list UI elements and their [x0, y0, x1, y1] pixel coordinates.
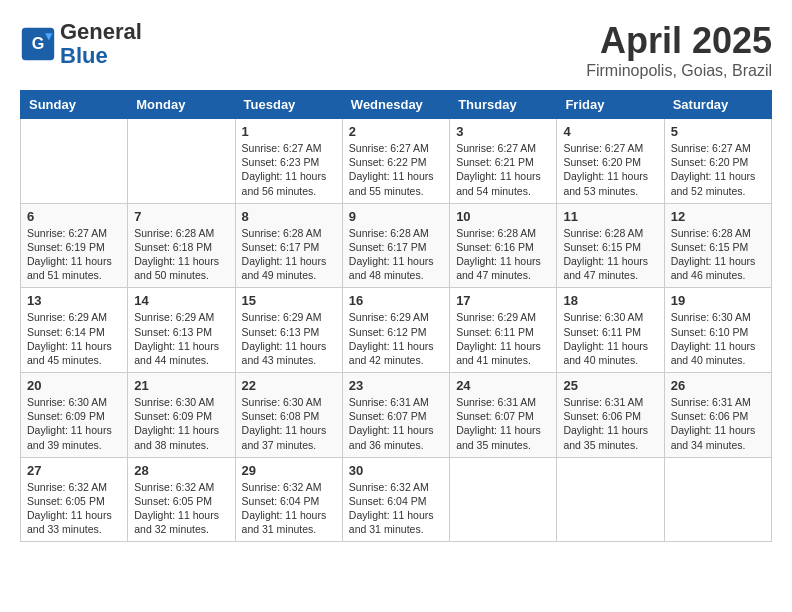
day-info: Sunrise: 6:31 AMSunset: 6:06 PMDaylight:…: [671, 395, 765, 452]
day-number: 20: [27, 378, 121, 393]
column-header-friday: Friday: [557, 91, 664, 119]
calendar-week-1: 1Sunrise: 6:27 AMSunset: 6:23 PMDaylight…: [21, 119, 772, 204]
calendar-cell: 16Sunrise: 6:29 AMSunset: 6:12 PMDayligh…: [342, 288, 449, 373]
location-title: Firminopolis, Goias, Brazil: [586, 62, 772, 80]
day-info: Sunrise: 6:28 AMSunset: 6:17 PMDaylight:…: [242, 226, 336, 283]
calendar-cell: 11Sunrise: 6:28 AMSunset: 6:15 PMDayligh…: [557, 203, 664, 288]
day-info: Sunrise: 6:28 AMSunset: 6:18 PMDaylight:…: [134, 226, 228, 283]
day-number: 12: [671, 209, 765, 224]
title-area: April 2025 Firminopolis, Goias, Brazil: [586, 20, 772, 80]
month-title: April 2025: [586, 20, 772, 62]
calendar-cell: [128, 119, 235, 204]
day-info: Sunrise: 6:29 AMSunset: 6:11 PMDaylight:…: [456, 310, 550, 367]
calendar-cell: 8Sunrise: 6:28 AMSunset: 6:17 PMDaylight…: [235, 203, 342, 288]
calendar-week-5: 27Sunrise: 6:32 AMSunset: 6:05 PMDayligh…: [21, 457, 772, 542]
day-info: Sunrise: 6:31 AMSunset: 6:07 PMDaylight:…: [456, 395, 550, 452]
column-header-monday: Monday: [128, 91, 235, 119]
calendar-cell: 17Sunrise: 6:29 AMSunset: 6:11 PMDayligh…: [450, 288, 557, 373]
calendar-cell: 29Sunrise: 6:32 AMSunset: 6:04 PMDayligh…: [235, 457, 342, 542]
column-header-wednesday: Wednesday: [342, 91, 449, 119]
column-header-tuesday: Tuesday: [235, 91, 342, 119]
day-info: Sunrise: 6:32 AMSunset: 6:05 PMDaylight:…: [27, 480, 121, 537]
day-info: Sunrise: 6:31 AMSunset: 6:07 PMDaylight:…: [349, 395, 443, 452]
day-number: 4: [563, 124, 657, 139]
calendar-cell: 22Sunrise: 6:30 AMSunset: 6:08 PMDayligh…: [235, 373, 342, 458]
column-header-saturday: Saturday: [664, 91, 771, 119]
day-number: 18: [563, 293, 657, 308]
logo-icon: G: [20, 26, 56, 62]
calendar-cell: 26Sunrise: 6:31 AMSunset: 6:06 PMDayligh…: [664, 373, 771, 458]
calendar-cell: 3Sunrise: 6:27 AMSunset: 6:21 PMDaylight…: [450, 119, 557, 204]
logo: G General Blue: [20, 20, 142, 68]
calendar-cell: 4Sunrise: 6:27 AMSunset: 6:20 PMDaylight…: [557, 119, 664, 204]
day-info: Sunrise: 6:29 AMSunset: 6:14 PMDaylight:…: [27, 310, 121, 367]
day-number: 25: [563, 378, 657, 393]
calendar-table: SundayMondayTuesdayWednesdayThursdayFrid…: [20, 90, 772, 542]
calendar-cell: 7Sunrise: 6:28 AMSunset: 6:18 PMDaylight…: [128, 203, 235, 288]
calendar-cell: 14Sunrise: 6:29 AMSunset: 6:13 PMDayligh…: [128, 288, 235, 373]
day-info: Sunrise: 6:29 AMSunset: 6:12 PMDaylight:…: [349, 310, 443, 367]
calendar-cell: 10Sunrise: 6:28 AMSunset: 6:16 PMDayligh…: [450, 203, 557, 288]
day-info: Sunrise: 6:27 AMSunset: 6:22 PMDaylight:…: [349, 141, 443, 198]
calendar-header-row: SundayMondayTuesdayWednesdayThursdayFrid…: [21, 91, 772, 119]
day-info: Sunrise: 6:27 AMSunset: 6:19 PMDaylight:…: [27, 226, 121, 283]
calendar-cell: 5Sunrise: 6:27 AMSunset: 6:20 PMDaylight…: [664, 119, 771, 204]
day-info: Sunrise: 6:30 AMSunset: 6:09 PMDaylight:…: [27, 395, 121, 452]
day-info: Sunrise: 6:28 AMSunset: 6:15 PMDaylight:…: [671, 226, 765, 283]
day-info: Sunrise: 6:30 AMSunset: 6:09 PMDaylight:…: [134, 395, 228, 452]
day-number: 11: [563, 209, 657, 224]
day-number: 3: [456, 124, 550, 139]
column-header-thursday: Thursday: [450, 91, 557, 119]
svg-text:G: G: [32, 35, 45, 53]
calendar-cell: 15Sunrise: 6:29 AMSunset: 6:13 PMDayligh…: [235, 288, 342, 373]
day-info: Sunrise: 6:30 AMSunset: 6:08 PMDaylight:…: [242, 395, 336, 452]
calendar-cell: 20Sunrise: 6:30 AMSunset: 6:09 PMDayligh…: [21, 373, 128, 458]
calendar-cell: [450, 457, 557, 542]
day-number: 29: [242, 463, 336, 478]
day-info: Sunrise: 6:28 AMSunset: 6:16 PMDaylight:…: [456, 226, 550, 283]
day-number: 7: [134, 209, 228, 224]
day-number: 21: [134, 378, 228, 393]
calendar-cell: 19Sunrise: 6:30 AMSunset: 6:10 PMDayligh…: [664, 288, 771, 373]
calendar-cell: 1Sunrise: 6:27 AMSunset: 6:23 PMDaylight…: [235, 119, 342, 204]
day-info: Sunrise: 6:32 AMSunset: 6:04 PMDaylight:…: [242, 480, 336, 537]
day-number: 28: [134, 463, 228, 478]
day-info: Sunrise: 6:31 AMSunset: 6:06 PMDaylight:…: [563, 395, 657, 452]
calendar-cell: [21, 119, 128, 204]
calendar-cell: [664, 457, 771, 542]
calendar-week-2: 6Sunrise: 6:27 AMSunset: 6:19 PMDaylight…: [21, 203, 772, 288]
day-number: 1: [242, 124, 336, 139]
day-number: 14: [134, 293, 228, 308]
day-info: Sunrise: 6:27 AMSunset: 6:20 PMDaylight:…: [671, 141, 765, 198]
day-number: 24: [456, 378, 550, 393]
calendar-cell: [557, 457, 664, 542]
calendar-cell: 13Sunrise: 6:29 AMSunset: 6:14 PMDayligh…: [21, 288, 128, 373]
day-info: Sunrise: 6:28 AMSunset: 6:15 PMDaylight:…: [563, 226, 657, 283]
calendar-cell: 30Sunrise: 6:32 AMSunset: 6:04 PMDayligh…: [342, 457, 449, 542]
calendar-cell: 25Sunrise: 6:31 AMSunset: 6:06 PMDayligh…: [557, 373, 664, 458]
day-number: 10: [456, 209, 550, 224]
day-number: 26: [671, 378, 765, 393]
calendar-cell: 23Sunrise: 6:31 AMSunset: 6:07 PMDayligh…: [342, 373, 449, 458]
day-info: Sunrise: 6:30 AMSunset: 6:10 PMDaylight:…: [671, 310, 765, 367]
header: G General Blue April 2025 Firminopolis, …: [20, 20, 772, 80]
calendar-cell: 24Sunrise: 6:31 AMSunset: 6:07 PMDayligh…: [450, 373, 557, 458]
day-number: 19: [671, 293, 765, 308]
calendar-cell: 28Sunrise: 6:32 AMSunset: 6:05 PMDayligh…: [128, 457, 235, 542]
column-header-sunday: Sunday: [21, 91, 128, 119]
day-number: 27: [27, 463, 121, 478]
day-info: Sunrise: 6:28 AMSunset: 6:17 PMDaylight:…: [349, 226, 443, 283]
day-info: Sunrise: 6:27 AMSunset: 6:20 PMDaylight:…: [563, 141, 657, 198]
day-number: 13: [27, 293, 121, 308]
day-number: 17: [456, 293, 550, 308]
day-number: 15: [242, 293, 336, 308]
day-info: Sunrise: 6:27 AMSunset: 6:23 PMDaylight:…: [242, 141, 336, 198]
day-number: 8: [242, 209, 336, 224]
day-number: 2: [349, 124, 443, 139]
day-number: 23: [349, 378, 443, 393]
calendar-cell: 2Sunrise: 6:27 AMSunset: 6:22 PMDaylight…: [342, 119, 449, 204]
day-number: 22: [242, 378, 336, 393]
day-info: Sunrise: 6:29 AMSunset: 6:13 PMDaylight:…: [242, 310, 336, 367]
day-number: 16: [349, 293, 443, 308]
day-number: 30: [349, 463, 443, 478]
